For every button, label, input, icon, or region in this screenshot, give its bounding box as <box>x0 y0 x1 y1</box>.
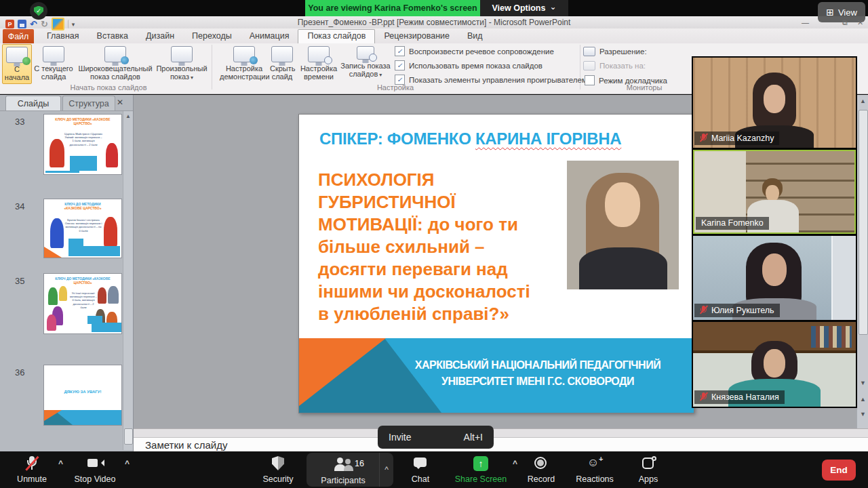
tab-slideshow[interactable]: Показ слайдов <box>298 29 375 43</box>
from-current-slide-button[interactable]: С текущего слайда <box>33 44 75 81</box>
view-options-button[interactable]: View Options ⌄ <box>480 0 568 16</box>
tab-design[interactable]: Дизайн <box>137 29 183 43</box>
scroll-up-icon[interactable]: ▲ <box>123 113 133 119</box>
apps-button[interactable]: Apps <box>625 451 671 488</box>
security-button[interactable]: Security <box>252 451 304 488</box>
resolution-row: Разрешение: <box>583 47 647 56</box>
scroll-down-icon[interactable]: ▼ <box>857 380 868 386</box>
clipart-figure <box>59 286 67 301</box>
shield-icon <box>269 456 287 471</box>
checkbox-checked-icon: ✓ <box>395 46 405 56</box>
participant-name-label: Mariia Kazanzhy <box>694 131 779 145</box>
tab-file[interactable]: Файл <box>3 29 34 43</box>
slide-title[interactable]: СПІКЕР: ФОМЕНКО КАРИНА ІГОРІВНА <box>319 129 686 148</box>
tab-transitions[interactable]: Переходы <box>183 29 241 43</box>
checkbox-use-timings[interactable]: ✓ Использовать время показа слайдов <box>395 60 542 70</box>
previous-slide-icon[interactable]: ▲ <box>857 396 868 403</box>
unmute-options-chevron[interactable]: ^ <box>58 459 63 468</box>
reactions-smiley-icon: ☺+ <box>586 456 604 471</box>
checkbox-play-narrations[interactable]: ✓ Воспроизвести речевое сопровождение <box>395 46 554 56</box>
group-divider <box>212 45 212 89</box>
share-screen-button[interactable]: ↑ Share Screen <box>450 451 511 488</box>
rehearse-clock-icon <box>308 46 330 62</box>
orange-corner-shape <box>44 247 62 258</box>
tab-view[interactable]: Вид <box>458 29 492 43</box>
reactions-button[interactable]: ☺+ Reactions <box>570 451 620 488</box>
video-tile-active-speaker[interactable]: Karina Fomenko <box>693 150 856 234</box>
unmute-button[interactable]: Unmute <box>5 451 58 488</box>
slide-thumbnail-36[interactable]: ДЯКУЮ ЗА УВАГУ! <box>43 365 122 426</box>
slide-thumbnail-35[interactable]: КЛЮЧ ДО МЕТОДИКИ «КАЗКОВЕ ЦАРСТВО» Усі і… <box>43 273 122 334</box>
next-slide-icon[interactable]: ▼ <box>857 411 868 418</box>
stop-video-button[interactable]: Stop Video <box>66 451 123 488</box>
clipart-figure <box>104 217 117 247</box>
grid-view-icon: ⊞ <box>826 7 834 17</box>
qat-customize-icon[interactable]: ▾ <box>68 20 75 28</box>
dropdown-arrow-icon: ▾ <box>379 72 382 78</box>
from-beginning-button[interactable]: С начала <box>2 44 32 84</box>
end-meeting-button[interactable]: End <box>822 460 856 481</box>
undo-icon[interactable]: ↶ <box>30 20 37 28</box>
muted-mic-icon <box>700 133 707 143</box>
scroll-up-icon[interactable]: ▲ <box>857 98 868 104</box>
tab-slides-thumbnails[interactable]: Слайды <box>5 96 61 111</box>
invite-menu-item[interactable]: Invite Alt+I <box>378 426 494 449</box>
share-options-chevron[interactable]: ^ <box>513 459 517 468</box>
close-icon[interactable]: ✕ <box>857 18 863 27</box>
redo-icon[interactable]: ↻ <box>41 20 48 28</box>
main-scrollbar[interactable]: ▲ ▼ ▲ ▼ <box>856 95 868 428</box>
resolution-icon <box>583 47 595 56</box>
blue-shape <box>70 156 97 171</box>
scrollbar-thumb[interactable] <box>124 428 133 445</box>
participants-button[interactable]: 16 Participants ^ <box>307 453 393 487</box>
record-slideshow-button[interactable]: Запись показа слайдов▾ <box>340 44 391 79</box>
clipart-figure <box>48 287 58 305</box>
participants-chevron[interactable]: ^ <box>379 453 393 487</box>
tab-home[interactable]: Главная <box>38 29 88 43</box>
video-tile[interactable]: Юлия Рукштель <box>693 236 856 320</box>
custom-slideshow-button[interactable]: Произвольный показ▾ <box>155 44 209 81</box>
tab-insert[interactable]: Вставка <box>88 29 137 43</box>
show-on-icon <box>583 61 595 70</box>
window-title: Презент_Фоменко -ВР.ppt [Режим совместим… <box>0 18 868 27</box>
tab-outline[interactable]: Структура <box>62 96 115 111</box>
chat-button[interactable]: Chat <box>401 451 439 488</box>
video-tile[interactable]: Mariia Kazanzhy <box>693 58 856 148</box>
slide-thumbnail-34[interactable]: КЛЮЧ ДО МЕТОДИКИ «КАЗКОВЕ ЦАРСТВО» Брати… <box>43 199 122 258</box>
view-options-label: View Options <box>492 3 545 13</box>
meeting-info-shield[interactable]: ✓ <box>30 2 47 20</box>
scrollbar-thumb[interactable] <box>859 110 868 335</box>
slideshow-play-icon <box>6 47 28 63</box>
tab-animations[interactable]: Анимация <box>241 29 298 43</box>
slide-number: 35 <box>15 276 24 286</box>
slide-number: 36 <box>15 367 24 378</box>
tab-review[interactable]: Рецензирование <box>375 29 458 43</box>
camera-icon <box>86 456 104 471</box>
notes-area[interactable]: Заметки к слайду <box>133 437 868 451</box>
record-button[interactable]: Record <box>519 451 563 488</box>
minimize-icon[interactable]: — <box>802 18 809 26</box>
panel-scrollbar[interactable]: ▲ <box>123 111 133 450</box>
current-slide-canvas[interactable]: СПІКЕР: ФОМЕНКО КАРИНА ІГОРІВНА ПСИХОЛОГ… <box>298 114 694 413</box>
participants-video-panel: Mariia Kazanzhy Karina Fomenko Юлия Рукш… <box>692 56 857 408</box>
record-icon <box>532 456 550 471</box>
setup-slideshow-button[interactable]: Настройка демонстрации <box>220 44 269 81</box>
clipart-figure <box>47 314 56 331</box>
video-tile[interactable]: Князева Наталия <box>693 322 856 407</box>
notes-splitter[interactable] <box>133 428 868 438</box>
chat-bubble-icon <box>412 456 429 471</box>
slide-body-text[interactable]: ПСИХОЛОГІЯ ГУБРИСТИЧНОЇ МОТИВАЦІЇ: до чо… <box>318 169 589 325</box>
hide-slide-button[interactable]: Скрыть слайд <box>270 44 294 81</box>
rehearse-timings-button[interactable]: Настройка времени <box>297 44 340 81</box>
clipart-figure <box>108 286 119 304</box>
slide-thumbnail-33[interactable]: КЛЮЧ ДО МЕТОДИКИ «КАЗКОВЕ ЦАРСТВО» Царів… <box>43 114 122 175</box>
chevron-down-icon: ⌄ <box>549 2 556 12</box>
save-icon[interactable] <box>18 20 26 28</box>
panel-close-icon[interactable]: ✕ <box>117 98 123 107</box>
photo-torso <box>579 247 667 289</box>
broadcast-slideshow-button[interactable]: Широковещательный показ слайдов <box>77 44 153 81</box>
broadcast-globe-icon <box>104 46 126 62</box>
photo-face <box>605 182 640 227</box>
video-options-chevron[interactable]: ^ <box>125 459 130 468</box>
restore-icon[interactable]: ⧉ <box>842 18 848 27</box>
